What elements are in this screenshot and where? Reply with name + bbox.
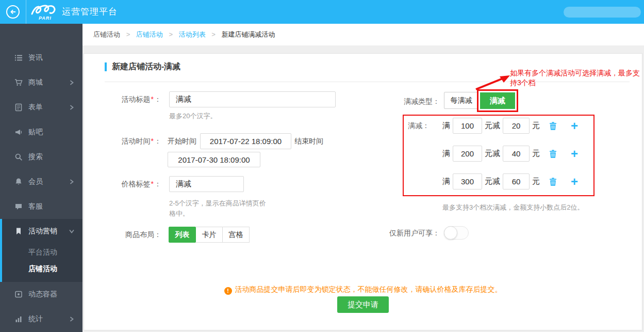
- sidebar-item-members[interactable]: 会员: [0, 169, 82, 194]
- sidebar-item-support[interactable]: 客服: [0, 194, 82, 219]
- app-header: PARI 运营管理平台: [0, 0, 644, 24]
- field-label-activity-time: 活动时间*：: [84, 133, 161, 149]
- tier-row: 满 元减 元 +: [442, 146, 578, 162]
- discount-type-per-threshold[interactable]: 每满减: [444, 92, 478, 109]
- chevron-right-icon: [69, 179, 74, 184]
- delete-tier-icon[interactable]: [549, 177, 557, 186]
- bookmark-icon: [14, 227, 23, 235]
- sidebar-item-marketing[interactable]: 活动营销: [0, 219, 82, 244]
- cart-icon: [14, 78, 23, 87]
- start-time-input[interactable]: [200, 133, 291, 149]
- chevron-down-icon: [69, 229, 74, 234]
- sidebar: 资讯 商城 表单 贴吧 搜索 会员: [0, 24, 82, 332]
- sidebar-item-label: 贴吧: [28, 128, 43, 137]
- tiers-hint: 最多支持3个档次满减，金额支持小数点后2位。: [442, 202, 584, 213]
- main-area: 店铺活动 > 店铺活动 > 活动列表 > 新建店铺满减活动 新建店铺活动-满减 …: [82, 24, 644, 332]
- field-label-activity-title: 活动标题*：: [84, 91, 161, 107]
- news-list-icon: [14, 54, 23, 62]
- tier-amount-input[interactable]: [503, 173, 530, 189]
- sidebar-item-statistics[interactable]: 统计: [0, 307, 82, 331]
- tier-threshold-input[interactable]: [453, 146, 482, 162]
- breadcrumb-link-shop-activity[interactable]: 店铺活动: [136, 30, 163, 38]
- brand-logo-icon: PARI: [31, 3, 61, 21]
- content-panel: 新建店铺活动-满减 如果有多个满减活动可选择满减，最多支持3个档 活动标题*： …: [84, 53, 642, 330]
- sidebar-item-platform-activity[interactable]: 平台活动: [0, 244, 82, 260]
- chevron-right-icon: [69, 317, 74, 322]
- price-tag-hint: 2-5个汉字，显示在商品详情页价格中。: [169, 198, 267, 219]
- add-tier-icon[interactable]: +: [571, 175, 578, 188]
- product-layout-group: 列表 卡片 宫格: [169, 227, 250, 243]
- field-label-discount-type: 满减类型：: [370, 93, 440, 110]
- form-icon: [14, 103, 23, 112]
- sidebar-item-label: 客服: [28, 202, 43, 211]
- back-button[interactable]: [6, 5, 20, 19]
- add-tier-icon[interactable]: +: [571, 119, 578, 133]
- breadcrumb-separator: >: [126, 30, 130, 38]
- stats-icon: [14, 315, 23, 323]
- bell-icon: [14, 178, 23, 186]
- delete-tier-icon[interactable]: [549, 121, 557, 131]
- sidebar-item-forms[interactable]: 表单: [0, 95, 82, 120]
- discount-type-threshold[interactable]: 满减: [480, 92, 515, 109]
- field-label-price-tag: 价格标签*：: [84, 176, 161, 192]
- sidebar-item-shop-activity[interactable]: 店铺活动: [0, 260, 82, 277]
- page-title: 新建店铺活动-满减: [105, 61, 180, 72]
- app-title: 运营管理平台: [62, 0, 118, 24]
- user-area-redacted: [564, 7, 641, 18]
- tier-amount-input[interactable]: [503, 146, 530, 162]
- sidebar-item-label: 活动营销: [28, 227, 57, 236]
- tier-row: 满 元减 元 +: [442, 118, 578, 134]
- end-time-label: 结束时间: [294, 133, 323, 149]
- breadcrumb-item-current: 新建店铺满减活动: [222, 30, 275, 38]
- breadcrumb-separator: >: [169, 30, 173, 38]
- breadcrumb-separator: >: [211, 30, 216, 38]
- sidebar-item-label: 统计: [28, 314, 43, 324]
- sidebar-item-label: 商城: [28, 78, 43, 87]
- tier-threshold-input[interactable]: [453, 173, 482, 189]
- sidebar-item-label: 会员: [28, 177, 43, 186]
- price-tag-input[interactable]: [169, 176, 244, 192]
- tier-amount-input[interactable]: [503, 118, 530, 134]
- sidebar-item-label: 动态容器: [28, 290, 57, 299]
- chat-icon: [14, 202, 23, 211]
- layout-option-list[interactable]: 列表: [169, 227, 196, 243]
- svg-text:PARI: PARI: [39, 15, 52, 21]
- title-accent-bar: [105, 62, 107, 71]
- end-time-input[interactable]: [168, 152, 260, 167]
- arrow-left-icon: [9, 8, 16, 15]
- tier-row: 满 元减 元 +: [442, 173, 578, 189]
- layout-option-grid[interactable]: 宫格: [222, 227, 250, 243]
- chevron-right-icon: [69, 105, 74, 110]
- breadcrumb: 店铺活动 > 店铺活动 > 活动列表 > 新建店铺满减活动: [82, 24, 644, 45]
- sidebar-item-dynamic-container[interactable]: 动态容器: [0, 282, 82, 307]
- header-divider: [26, 0, 26, 24]
- sidebar-item-label: 搜索: [28, 152, 43, 162]
- warning-icon: !: [224, 287, 232, 295]
- search-icon: [14, 153, 23, 161]
- sidebar-item-search[interactable]: 搜索: [0, 145, 82, 169]
- submit-button[interactable]: 提交申请: [337, 296, 389, 313]
- layout-option-card[interactable]: 卡片: [195, 227, 223, 243]
- activity-title-input[interactable]: [169, 91, 336, 107]
- sidebar-group-marketing: 活动营销 平台活动 店铺活动: [0, 219, 82, 282]
- megaphone-icon: [14, 128, 23, 136]
- tiers-label: 满减：: [408, 118, 430, 134]
- sidebar-item-forum[interactable]: 贴吧: [0, 120, 82, 145]
- field-label-product-layout: 商品布局：: [84, 227, 161, 243]
- annotation-note: 如果有多个满减活动可选择满减，最多支持3个档: [510, 68, 644, 88]
- add-tier-icon[interactable]: +: [571, 147, 578, 161]
- sidebar-item-label: 表单: [28, 103, 43, 112]
- start-time-label: 开始时间: [168, 133, 196, 149]
- warning-message: !活动商品提交申请后即变为锁定状态，不能做任何修改，请确认价格及库存后提交。: [84, 285, 642, 295]
- annotation-highlight-box: 满减: [477, 89, 518, 112]
- breadcrumb-item: 店铺活动: [93, 30, 120, 38]
- tier-threshold-input[interactable]: [453, 118, 482, 134]
- sidebar-item-mall[interactable]: 商城: [0, 70, 82, 95]
- new-user-only-toggle[interactable]: [444, 226, 469, 240]
- delete-tier-icon[interactable]: [549, 149, 557, 159]
- toggle-knob: [444, 226, 457, 240]
- breadcrumb-link-activity-list[interactable]: 活动列表: [179, 30, 206, 38]
- sidebar-item-news[interactable]: 资讯: [0, 45, 82, 70]
- sidebar-item-label: 资讯: [28, 53, 43, 62]
- container-icon: [14, 290, 23, 298]
